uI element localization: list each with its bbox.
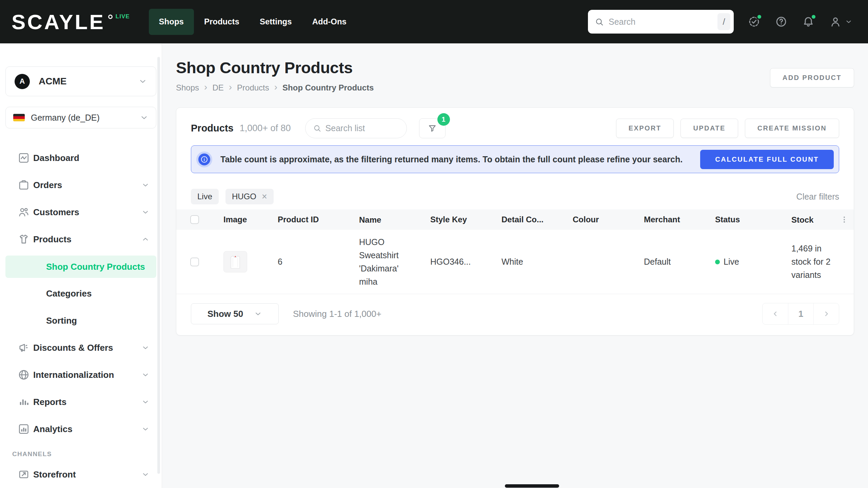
- sidebar-item-reports[interactable]: Reports: [0, 388, 162, 415]
- export-button[interactable]: EXPORT: [616, 119, 674, 138]
- column-style-key[interactable]: Style Key: [424, 215, 495, 224]
- create-mission-button[interactable]: CREATE MISSION: [745, 119, 839, 138]
- sidebar-item-orders[interactable]: Orders: [0, 171, 162, 199]
- bar-chart-icon: [18, 396, 30, 408]
- nav-add-ons[interactable]: Add-Ons: [302, 9, 357, 35]
- sidebar-item-analytics[interactable]: Analytics: [0, 415, 162, 443]
- cell-detail-co: White: [495, 257, 567, 267]
- filter-button[interactable]: 1: [419, 118, 446, 138]
- breadcrumb-separator: ›: [274, 82, 277, 92]
- column-image[interactable]: Image: [217, 215, 272, 224]
- help-icon: [775, 16, 787, 28]
- global-search[interactable]: /: [588, 10, 734, 34]
- panel-controls: Products 1,000+ of 80 1 EXPORT UPDATE CR…: [191, 118, 839, 138]
- column-product-id[interactable]: Product ID: [272, 215, 353, 224]
- clear-filters-link[interactable]: Clear filters: [796, 192, 839, 202]
- column-merchant[interactable]: Merchant: [638, 215, 709, 224]
- product-thumbnail: [223, 251, 247, 272]
- megaphone-icon: [18, 342, 30, 354]
- column-name[interactable]: Name: [353, 213, 424, 226]
- column-options-kebab-icon[interactable]: [840, 215, 849, 224]
- sidebar-item-internationalization[interactable]: Internationalization: [0, 361, 162, 388]
- list-search-input[interactable]: [326, 123, 399, 133]
- chevron-down-icon: [141, 208, 150, 216]
- sidebar-item-discounts-offers[interactable]: Discounts & Offers: [0, 334, 162, 361]
- sidebar-item-label: Customers: [33, 207, 79, 218]
- column-colour[interactable]: Colour: [567, 215, 638, 224]
- scayle-logo: SCAYLE LIVE: [12, 10, 130, 34]
- sidebar-item-label: Internationalization: [33, 370, 114, 380]
- column-detail-co[interactable]: Detail Co...: [495, 215, 567, 224]
- column-status[interactable]: Status: [709, 215, 780, 224]
- sidebar-item-label: Storefront: [33, 469, 76, 480]
- orders-box-icon: [18, 179, 30, 191]
- table-row[interactable]: 6 HUGO Sweatshirt 'Dakimara' miha HGO346…: [176, 230, 854, 294]
- sidebar-item-shop-country-products[interactable]: Shop Country Products: [5, 256, 156, 278]
- current-page-button[interactable]: 1: [788, 303, 813, 324]
- products-panel: Products 1,000+ of 80 1 EXPORT UPDATE CR…: [176, 107, 854, 336]
- column-stock[interactable]: Stock: [780, 213, 834, 226]
- page-header: Shop Country Products Shops › DE › Produ…: [162, 43, 868, 93]
- chip-label: HUGO: [232, 192, 256, 201]
- sidebar-item-storefront[interactable]: Storefront: [0, 461, 162, 488]
- status-label: Live: [724, 257, 739, 267]
- add-product-button[interactable]: ADD PRODUCT: [770, 68, 854, 87]
- page-size-select[interactable]: Show 50: [191, 303, 279, 324]
- select-all-checkbox[interactable]: [190, 215, 199, 224]
- next-page-button[interactable]: [813, 303, 839, 324]
- sidebar-item-dashboard[interactable]: Dashboard: [0, 144, 162, 171]
- approximate-count-banner: Table count is approximate, as the filte…: [191, 145, 839, 173]
- analytics-chart-icon: [18, 423, 30, 435]
- sidebar-item-label: Products: [33, 234, 72, 245]
- cell-name: HUGO Sweatshirt 'Dakimara' miha: [353, 236, 424, 288]
- account-menu[interactable]: [829, 16, 852, 28]
- cell-style-key: HGO346...: [424, 257, 495, 267]
- breadcrumb-shops[interactable]: Shops: [176, 83, 199, 93]
- breadcrumb-products[interactable]: Products: [237, 83, 269, 93]
- search-icon: [595, 17, 604, 26]
- tasks-status-button[interactable]: [748, 16, 760, 28]
- panel-count: 1,000+ of 80: [240, 123, 291, 134]
- globe-icon: [18, 369, 30, 381]
- topbar-icons: [748, 16, 852, 28]
- close-icon[interactable]: ×: [262, 192, 267, 201]
- breadcrumb-de[interactable]: DE: [212, 83, 223, 93]
- tshirt-icon: [18, 233, 30, 245]
- chevron-up-icon: [141, 235, 150, 243]
- chevron-down-icon: [141, 425, 150, 433]
- sidebar-item-sorting[interactable]: Sorting: [0, 307, 162, 334]
- sidebar-scrollbar[interactable]: [157, 57, 160, 474]
- pagination: 1: [762, 303, 839, 325]
- app-root: SCAYLE LIVE Shops Products Settings Add-…: [0, 0, 868, 488]
- chevron-right-icon: [822, 310, 830, 318]
- previous-page-button[interactable]: [763, 303, 788, 324]
- active-filters-row: Live HUGO × Clear filters: [191, 189, 839, 204]
- global-search-input[interactable]: [609, 17, 717, 27]
- row-checkbox[interactable]: [190, 258, 199, 266]
- sidebar-item-products[interactable]: Products: [0, 226, 162, 253]
- calculate-full-count-button[interactable]: CALCULATE FULL COUNT: [700, 150, 834, 169]
- page-title: Shop Country Products: [176, 58, 854, 77]
- logo-text: SCAYLE: [12, 10, 105, 34]
- update-button[interactable]: UPDATE: [680, 119, 738, 138]
- nav-products[interactable]: Products: [194, 9, 250, 35]
- chevron-left-icon: [771, 310, 780, 318]
- filter-chip-hugo[interactable]: HUGO ×: [225, 189, 274, 204]
- live-badge: LIVE: [116, 13, 130, 20]
- nav-settings[interactable]: Settings: [250, 9, 302, 35]
- chevron-down-icon: [141, 371, 150, 379]
- help-button[interactable]: [775, 16, 787, 28]
- filter-chip-live[interactable]: Live: [191, 189, 219, 204]
- top-nav: Shops Products Settings Add-Ons: [149, 0, 357, 43]
- main-content: Shop Country Products Shops › DE › Produ…: [162, 43, 868, 488]
- table-footer: Show 50 Showing 1-1 of 1,000+ 1: [191, 303, 839, 325]
- notifications-button[interactable]: [802, 16, 814, 28]
- notifications-dot: [810, 14, 817, 20]
- tenant-selector[interactable]: A ACME: [5, 66, 156, 96]
- sidebar-item-customers[interactable]: Customers: [0, 199, 162, 226]
- nav-shops[interactable]: Shops: [149, 9, 194, 35]
- sidebar-item-categories[interactable]: Categories: [0, 280, 162, 307]
- locale-selector[interactable]: Germany (de_DE): [5, 107, 156, 128]
- list-search[interactable]: [305, 118, 407, 138]
- search-icon: [313, 124, 321, 133]
